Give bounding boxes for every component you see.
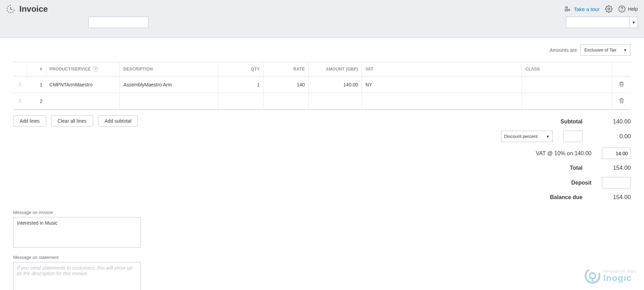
vat-input[interactable] [602,148,631,159]
page-header: Invoice Take a tour [0,0,644,38]
col-vat: VAT [362,62,522,76]
line-description[interactable] [120,93,218,110]
message-statement-input[interactable] [13,262,141,290]
svg-rect-0 [565,9,568,11]
line-product[interactable]: CMPNTArmMaestro [46,76,120,93]
tax-mode-select[interactable]: Exclusive of Tax ▼ [580,44,631,56]
line-product[interactable] [46,93,120,110]
table-row[interactable]: ⠿2 [13,93,631,110]
svg-point-2 [608,8,610,10]
subtotal-label: Subtotal [527,119,583,125]
chevron-down-icon: ▼ [620,48,631,52]
add-subtotal-button[interactable]: Add subtotal [98,115,138,127]
add-lines-button[interactable]: Add lines [13,115,46,127]
tour-label: Take a tour [574,6,599,12]
col-description: DESCRIPTION [120,62,218,76]
message-invoice-input[interactable] [13,217,141,247]
vat-label: VAT @ 10% on 140.00 [502,150,592,157]
header-dropdown[interactable]: ▼ [566,17,638,28]
discount-type-select[interactable]: Discount percent ▼ [501,131,553,142]
col-number: # [27,62,46,76]
line-qty[interactable]: 1 [218,76,263,93]
line-class[interactable] [522,93,612,110]
balance-label: Balance due [527,194,583,200]
line-amount[interactable]: 140.00 [308,76,362,93]
col-qty: QTY [218,62,263,76]
line-num: 1 [27,76,46,93]
table-row[interactable]: ⠿1CMPNTArmMaestroAssemblyMaestro Arm1140… [13,76,631,93]
help-label: Help [628,6,638,12]
take-tour-link[interactable]: Take a tour [564,5,599,13]
col-amount: AMOUNT (GBP) [308,62,362,76]
tour-icon [564,5,572,13]
col-class: CLASS [522,62,612,76]
gear-icon[interactable] [605,5,613,13]
line-vat[interactable] [362,93,522,110]
subtotal-value: 140.00 [593,118,631,125]
col-rate: RATE [263,62,309,76]
line-rate[interactable] [263,93,309,110]
header-field-1[interactable] [88,17,148,28]
line-class[interactable] [522,76,612,93]
amounts-are-label: Amounts are [550,47,577,53]
trash-icon[interactable] [619,82,624,88]
header-dropdown-input[interactable] [566,17,629,28]
chevron-down-icon[interactable]: ▼ [629,17,638,28]
discount-type-value: Discount percent [504,134,538,139]
page-title: Invoice [19,4,48,14]
line-num: 2 [27,93,46,110]
line-amount[interactable] [308,93,362,110]
message-statement-label: Message on statement [13,255,141,260]
deposit-input[interactable] [602,177,631,188]
chevron-down-icon: ▼ [546,134,550,139]
drag-handle-icon[interactable]: ⠿ [18,99,22,104]
line-items-table: # PRODUCT/SERVICE? DESCRIPTION QTY RATE … [13,62,631,110]
message-invoice-label: Message on invoice [13,210,141,215]
tax-mode-value: Exclusive of Tax [581,47,620,53]
balance-value: 154.00 [593,194,631,201]
line-vat[interactable]: NY [362,76,522,93]
discount-amount: 0.00 [593,133,631,140]
drag-handle-icon[interactable]: ⠿ [18,82,22,87]
svg-rect-1 [566,7,568,8]
col-product: PRODUCT/SERVICE? [46,62,120,76]
help-button[interactable]: Help [618,5,638,13]
help-icon[interactable]: ? [93,66,98,72]
line-description[interactable]: AssemblyMaestro Arm [120,76,218,93]
line-rate[interactable]: 140 [263,76,309,93]
trash-icon[interactable] [619,99,624,104]
line-qty[interactable] [218,93,263,110]
total-label: Total [527,165,583,171]
discount-input[interactable] [563,131,583,142]
help-icon [618,5,626,13]
totals-panel: Subtotal 140.00 Discount percent ▼ 0.00 … [482,115,631,204]
deposit-label: Deposit [536,180,592,186]
clear-all-button[interactable]: Clear all lines [51,115,93,127]
svg-point-4 [622,10,622,11]
total-value: 154.00 [593,165,631,171]
pending-icon [6,4,15,13]
